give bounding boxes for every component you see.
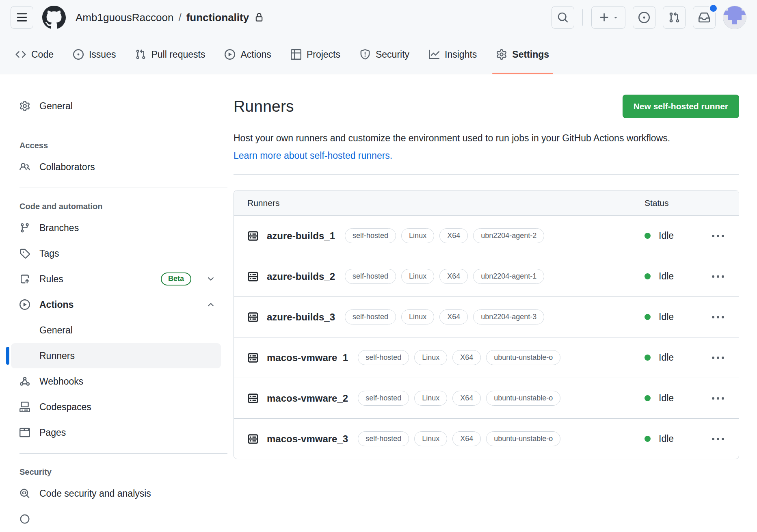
sidebar-item-actions-general[interactable]: General <box>11 318 221 343</box>
learn-more-link[interactable]: Learn more about self-hosted runners. <box>234 150 392 161</box>
page-title: Runners <box>234 97 294 115</box>
runner-labels: self-hosted Linux X64 ubn2204-agent-2 <box>345 228 544 243</box>
runner-status-cell: Idle <box>645 311 739 322</box>
tab-label: Security <box>376 49 409 60</box>
create-new-button[interactable] <box>591 6 625 29</box>
runner-label: X64 <box>452 431 481 446</box>
runner-labels: self-hosted Linux X64 ubn2204-agent-3 <box>345 309 544 324</box>
sidebar-item-label: Code security and analysis <box>39 488 151 499</box>
table-row: azure-builds_3 self-hosted Linux X64 ubn… <box>234 297 739 337</box>
runner-name: azure-builds_2 <box>267 271 335 282</box>
runner-name: macos-vmware_2 <box>267 393 348 404</box>
runner-status-cell: Idle <box>645 271 739 282</box>
runner-status-cell: Idle <box>645 352 739 363</box>
pull-request-icon <box>668 12 680 23</box>
row-menu-button[interactable] <box>709 313 727 322</box>
sidebar-item-label: Tags <box>39 248 59 259</box>
tab-actions[interactable]: Actions <box>216 35 280 74</box>
page-header: Runners New self-hosted runner <box>234 95 739 118</box>
status-label: Idle <box>659 393 674 404</box>
tab-insights[interactable]: Insights <box>420 35 486 74</box>
new-self-hosted-runner-button[interactable]: New self-hosted runner <box>623 95 739 118</box>
column-header-status: Status <box>645 198 739 208</box>
circle-icon <box>19 514 30 524</box>
runner-label: self-hosted <box>358 350 409 365</box>
section-divider <box>234 174 739 175</box>
row-menu-button[interactable] <box>709 435 727 443</box>
row-menu-button[interactable] <box>709 272 727 281</box>
sidebar-section-access: Access <box>0 141 227 150</box>
row-menu-button[interactable] <box>709 394 727 403</box>
issue-opened-icon <box>638 12 650 23</box>
runner-icon <box>247 433 259 445</box>
avatar-identicon <box>723 6 746 29</box>
sidebar-item-tags[interactable]: Tags <box>11 241 221 266</box>
row-menu-button[interactable] <box>709 353 727 362</box>
sidebar-divider <box>19 127 227 127</box>
sidebar-item-branches[interactable]: Branches <box>11 215 221 240</box>
tab-projects[interactable]: Projects <box>282 35 349 74</box>
beta-badge: Beta <box>161 272 191 285</box>
sidebar-item-codespaces[interactable]: Codespaces <box>11 394 221 420</box>
notification-dot <box>709 4 718 13</box>
sidebar-item-collaborators[interactable]: Collaborators <box>11 154 221 179</box>
sidebar-section-security: Security <box>0 467 227 477</box>
search-button[interactable] <box>552 6 574 29</box>
sidebar-item-label: Runners <box>39 350 75 361</box>
codespaces-icon <box>19 402 30 412</box>
github-logo-icon[interactable] <box>42 6 66 29</box>
runner-label: Linux <box>401 269 434 284</box>
runner-name: azure-builds_3 <box>267 311 335 323</box>
sidebar-item-label: Pages <box>39 427 66 438</box>
runner-name: macos-vmware_3 <box>267 433 348 445</box>
status-dot <box>645 314 651 320</box>
projects-icon <box>291 49 301 60</box>
hamburger-menu-button[interactable] <box>11 6 33 29</box>
avatar[interactable] <box>723 6 746 29</box>
runner-label: Linux <box>401 228 434 243</box>
status-label: Idle <box>659 230 674 241</box>
issues-dashboard-button[interactable] <box>633 6 655 29</box>
runner-icon <box>247 230 259 242</box>
people-icon <box>19 162 30 172</box>
sidebar-item-rules[interactable]: Rules Beta <box>11 266 221 292</box>
tab-code[interactable]: Code <box>6 35 63 74</box>
breadcrumb-owner[interactable]: Amb1guousRaccoon <box>76 11 173 24</box>
sidebar-item-actions-runners[interactable]: Runners <box>11 343 221 368</box>
runner-name: macos-vmware_1 <box>267 352 348 363</box>
tab-issues[interactable]: Issues <box>64 35 125 74</box>
runner-labels: self-hosted Linux X64 ubuntu-unstable-o <box>358 350 560 365</box>
chevron-up-icon <box>206 300 215 309</box>
graph-icon <box>429 49 439 60</box>
sidebar-item-webhooks[interactable]: Webhooks <box>11 369 221 394</box>
sidebar-item-general[interactable]: General <box>11 93 221 119</box>
inbox-icon <box>699 12 710 23</box>
rules-icon <box>19 274 30 284</box>
table-row: macos-vmware_3 self-hosted Linux X64 ubu… <box>234 419 739 459</box>
runner-labels: self-hosted Linux X64 ubn2204-agent-1 <box>345 269 544 284</box>
table-row: macos-vmware_2 self-hosted Linux X64 ubu… <box>234 378 739 419</box>
runner-icon <box>247 271 259 282</box>
gear-icon <box>19 101 30 111</box>
tab-label: Settings <box>512 49 549 60</box>
tab-pull-requests[interactable]: Pull requests <box>126 35 214 74</box>
gear-icon <box>496 49 507 60</box>
sidebar-item-actions[interactable]: Actions <box>11 292 221 317</box>
caret-down-icon <box>613 15 619 20</box>
sidebar-item-code-security[interactable]: Code security and analysis <box>11 481 221 506</box>
runner-label: Linux <box>414 391 447 406</box>
breadcrumb-repo[interactable]: functionality <box>186 11 249 24</box>
sidebar-item-pages[interactable]: Pages <box>11 420 221 445</box>
runner-label: self-hosted <box>358 431 409 446</box>
pull-requests-dashboard-button[interactable] <box>663 6 686 29</box>
notifications-wrapper <box>693 6 716 29</box>
description-text: Host your own runners and customize the … <box>234 133 670 143</box>
runner-label: self-hosted <box>345 228 396 243</box>
chevron-down-icon <box>206 275 215 283</box>
table-row: azure-builds_2 self-hosted Linux X64 ubn… <box>234 256 739 297</box>
tab-settings[interactable]: Settings <box>487 35 558 74</box>
sidebar-item-partial[interactable] <box>11 506 221 532</box>
row-menu-button[interactable] <box>709 231 727 240</box>
tab-security[interactable]: Security <box>351 35 418 74</box>
runner-icon <box>247 393 259 404</box>
